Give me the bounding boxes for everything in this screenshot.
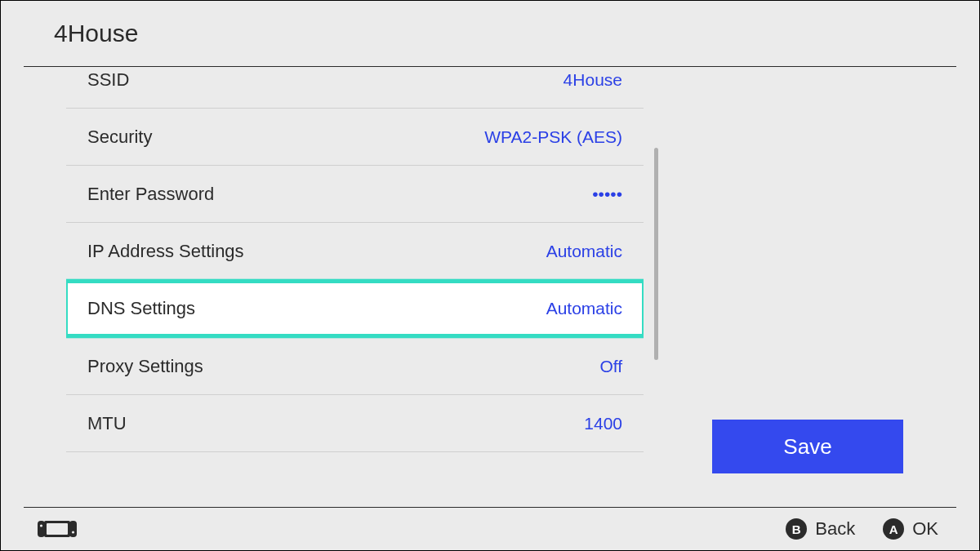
setting-value: WPA2-PSK (AES) bbox=[484, 127, 622, 147]
footer-hints: B Back A OK bbox=[786, 518, 938, 540]
setting-value: 4House bbox=[564, 70, 622, 90]
svg-rect-2 bbox=[69, 521, 77, 537]
setting-value: Automatic bbox=[546, 299, 622, 318]
setting-label: MTU bbox=[87, 413, 127, 434]
hint-ok: A OK bbox=[883, 518, 938, 540]
header: 4House bbox=[1, 1, 979, 66]
setting-label: Enter Password bbox=[87, 184, 214, 205]
setting-row-mtu[interactable]: MTU 1400 bbox=[66, 395, 644, 452]
settings-list: SSID 4House Security WPA2-PSK (AES) Ente… bbox=[66, 66, 644, 501]
svg-rect-1 bbox=[38, 521, 45, 537]
setting-row-security[interactable]: Security WPA2-PSK (AES) bbox=[66, 109, 644, 166]
setting-row-password[interactable]: Enter Password ••••• bbox=[66, 166, 644, 223]
setting-value: ••••• bbox=[592, 184, 622, 204]
setting-row-autoconnect[interactable]: Autoconnect On bbox=[66, 485, 644, 501]
controller-icon bbox=[37, 520, 78, 538]
hint-label: OK bbox=[912, 518, 938, 540]
b-button-icon: B bbox=[786, 518, 807, 540]
scrollbar-thumb[interactable] bbox=[654, 148, 658, 360]
setting-row-ip-address[interactable]: IP Address Settings Automatic bbox=[66, 223, 644, 280]
hint-back: B Back bbox=[786, 518, 855, 540]
settings-panel: SSID 4House Security WPA2-PSK (AES) Ente… bbox=[66, 66, 644, 501]
save-button[interactable]: Save bbox=[712, 420, 903, 473]
svg-point-4 bbox=[40, 524, 42, 527]
setting-label: Proxy Settings bbox=[87, 356, 203, 377]
setting-value: Automatic bbox=[546, 242, 622, 261]
setting-row-dns[interactable]: DNS Settings Automatic bbox=[66, 279, 644, 338]
footer: B Back A OK bbox=[1, 508, 979, 550]
setting-row-proxy[interactable]: Proxy Settings Off bbox=[66, 338, 644, 395]
scrollbar[interactable] bbox=[654, 148, 659, 477]
svg-point-5 bbox=[72, 531, 74, 533]
page-title: 4House bbox=[54, 20, 138, 47]
setting-row-ssid[interactable]: SSID 4House bbox=[66, 66, 644, 109]
setting-label: SSID bbox=[87, 69, 129, 91]
setting-value: Off bbox=[599, 357, 622, 376]
setting-label: DNS Settings bbox=[87, 298, 195, 319]
a-button-icon: A bbox=[883, 518, 904, 540]
svg-rect-3 bbox=[47, 523, 68, 535]
setting-value: 1400 bbox=[584, 414, 622, 433]
setting-label: IP Address Settings bbox=[87, 241, 244, 262]
hint-label: Back bbox=[815, 518, 855, 540]
setting-label: Security bbox=[87, 127, 152, 148]
